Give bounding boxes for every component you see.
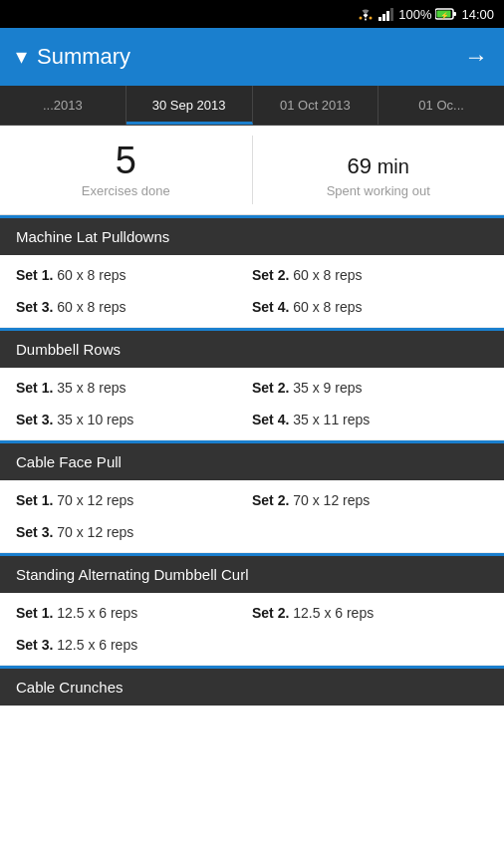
- exercise-header-4: Cable Crunches: [0, 666, 504, 706]
- set-item: Set 2. 12.5 x 6 reps: [252, 605, 488, 621]
- date-tab-3[interactable]: 01 Oc...: [378, 86, 504, 125]
- table-row: Set 1. 12.5 x 6 reps Set 2. 12.5 x 6 rep…: [0, 597, 504, 629]
- exercises-list: Machine Lat Pulldowns Set 1. 60 x 8 reps…: [0, 215, 504, 706]
- set-item: [252, 637, 488, 653]
- svg-text:⚡: ⚡: [440, 11, 449, 20]
- duration-label: Spent working out: [261, 183, 497, 198]
- table-row: Set 3. 60 x 8 reps Set 4. 60 x 8 reps: [0, 291, 504, 323]
- exercise-header-2: Cable Face Pull: [0, 440, 504, 480]
- exercise-header-3: Standing Alternating Dumbbell Curl: [0, 553, 504, 593]
- signal-icon: [378, 7, 394, 21]
- sets-container-0: Set 1. 60 x 8 reps Set 2. 60 x 8 reps Se…: [0, 255, 504, 328]
- time-display: 14:00: [461, 7, 494, 22]
- exercise-header-1: Dumbbell Rows: [0, 328, 504, 368]
- set-item: Set 3. 70 x 12 reps: [16, 524, 252, 540]
- exercise-count: 5: [8, 142, 244, 179]
- status-icons: 100% ⚡ 14:00: [357, 7, 494, 22]
- set-item: Set 2. 60 x 8 reps: [252, 267, 488, 283]
- set-item: Set 4. 60 x 8 reps: [252, 299, 488, 315]
- date-tab-1[interactable]: 30 Sep 2013: [126, 86, 253, 125]
- app-bar-title: Summary: [37, 44, 130, 70]
- table-row: Set 1. 60 x 8 reps Set 2. 60 x 8 reps: [0, 259, 504, 291]
- table-row: Set 3. 35 x 10 reps Set 4. 35 x 11 reps: [0, 404, 504, 435]
- svg-rect-4: [386, 11, 389, 21]
- exercises-done-stat: 5 Exercises done: [0, 126, 252, 214]
- set-item: Set 1. 35 x 8 reps: [16, 380, 252, 396]
- set-item: [252, 524, 488, 540]
- sets-container-1: Set 1. 35 x 8 reps Set 2. 35 x 9 reps Se…: [0, 368, 504, 440]
- status-bar: 100% ⚡ 14:00: [0, 0, 504, 28]
- set-item: Set 4. 35 x 11 reps: [252, 412, 488, 427]
- svg-rect-5: [390, 8, 393, 21]
- set-item: Set 3. 12.5 x 6 reps: [16, 637, 252, 653]
- set-item: Set 3. 60 x 8 reps: [16, 299, 252, 315]
- svg-rect-8: [453, 12, 456, 16]
- wifi-icon: [357, 7, 375, 21]
- svg-point-0: [370, 17, 373, 20]
- svg-rect-2: [378, 17, 381, 21]
- svg-rect-3: [382, 14, 385, 21]
- exercise-header-0: Machine Lat Pulldowns: [0, 215, 504, 255]
- set-item: Set 1. 60 x 8 reps: [16, 267, 252, 283]
- table-row: Set 3. 12.5 x 6 reps: [0, 629, 504, 661]
- set-item: Set 1. 12.5 x 6 reps: [16, 605, 252, 621]
- workout-duration-stat: 69 min Spent working out: [253, 126, 505, 214]
- table-row: Set 3. 70 x 12 reps: [0, 516, 504, 548]
- duration-unit: min: [372, 155, 409, 177]
- battery-percentage: 100%: [398, 7, 431, 22]
- set-item: Set 2. 35 x 9 reps: [252, 380, 488, 396]
- date-tab-0[interactable]: ...2013: [0, 86, 126, 125]
- app-bar: ▾ Summary →: [0, 28, 504, 86]
- chevron-down-icon[interactable]: ▾: [16, 44, 27, 70]
- forward-arrow-icon[interactable]: →: [464, 43, 488, 71]
- table-row: Set 1. 70 x 12 reps Set 2. 70 x 12 reps: [0, 484, 504, 516]
- app-bar-left: ▾ Summary: [16, 44, 130, 70]
- date-tabs: ...2013 30 Sep 2013 01 Oct 2013 01 Oc...: [0, 86, 504, 126]
- sets-container-2: Set 1. 70 x 12 reps Set 2. 70 x 12 reps …: [0, 480, 504, 553]
- exercises-done-label: Exercises done: [8, 183, 244, 198]
- sets-container-3: Set 1. 12.5 x 6 reps Set 2. 12.5 x 6 rep…: [0, 593, 504, 666]
- svg-point-1: [360, 17, 363, 20]
- set-item: Set 3. 35 x 10 reps: [16, 412, 252, 427]
- battery-icon: ⚡: [435, 7, 457, 21]
- table-row: Set 1. 35 x 8 reps Set 2. 35 x 9 reps: [0, 372, 504, 404]
- set-item: Set 2. 70 x 12 reps: [252, 492, 488, 508]
- summary-stats: 5 Exercises done 69 min Spent working ou…: [0, 126, 504, 215]
- duration-count: 69 min: [261, 142, 497, 179]
- set-item: Set 1. 70 x 12 reps: [16, 492, 252, 508]
- duration-number: 69: [348, 153, 372, 178]
- date-tab-2[interactable]: 01 Oct 2013: [253, 86, 379, 125]
